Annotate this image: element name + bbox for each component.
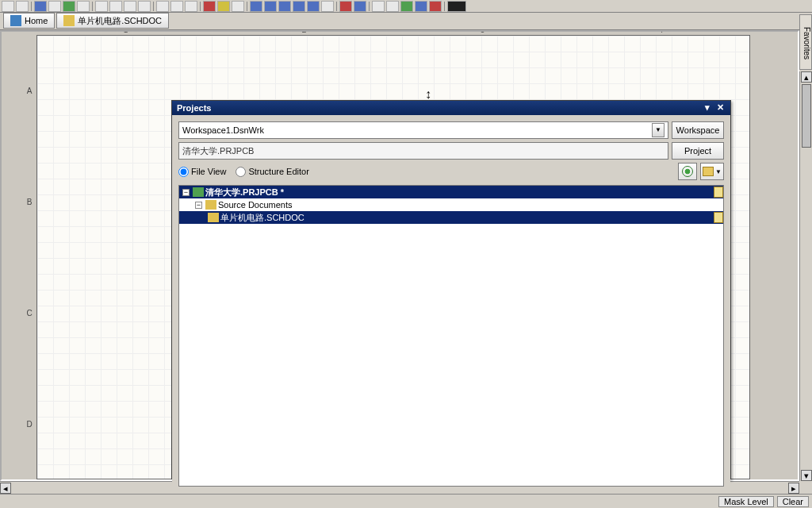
document-tab-label: 单片机电路.SCHDOC <box>78 15 162 27</box>
scroll-left-arrow[interactable]: ◂ <box>0 483 11 494</box>
document-tab[interactable]: 单片机电路.SCHDOC <box>56 13 169 29</box>
scroll-right-arrow[interactable]: ▸ <box>788 483 799 494</box>
project-button[interactable]: Project <box>672 142 724 160</box>
workspace-button[interactable]: Workspace <box>672 121 724 139</box>
toolbar-icon[interactable] <box>16 1 29 12</box>
tree-project-node[interactable]: − 清华大学.PRJPCB * <box>179 186 723 198</box>
home-icon <box>10 15 21 26</box>
vertical-ruler: ABCD <box>24 35 35 479</box>
refresh-icon <box>682 166 693 177</box>
toolbar-icon[interactable] <box>203 1 216 12</box>
tree-folder-label: Source Documents <box>218 200 293 210</box>
mask-level-button[interactable]: Mask Level <box>718 496 774 507</box>
collapse-icon[interactable]: − <box>182 189 190 196</box>
vertical-scrollbar[interactable]: ▴ ▾ <box>799 71 812 481</box>
project-field-value: 清华大学.PRJPCB <box>182 145 254 157</box>
project-tree[interactable]: − 清华大学.PRJPCB * − Source Documents 单片机电路… <box>178 185 724 487</box>
chevron-down-icon: ▼ <box>715 168 722 175</box>
toolbar-icon[interactable] <box>34 1 47 12</box>
toolbar-icon[interactable] <box>250 1 262 12</box>
toolbar-icon[interactable] <box>447 1 466 12</box>
toolbar-icon[interactable] <box>185 1 197 12</box>
document-tabs: Home 单片机电路.SCHDOC <box>0 13 812 30</box>
toolbar-icon[interactable] <box>372 1 385 12</box>
scroll-down-arrow[interactable]: ▾ <box>801 470 812 481</box>
toolbar-icon[interactable] <box>307 1 320 12</box>
projects-panel: Projects ▾ ✕ Workspace1.DsnWrk ▼ Workspa… <box>171 100 731 479</box>
toolbar-icon[interactable] <box>321 1 334 12</box>
folder-icon <box>205 200 216 210</box>
toolbar-icon[interactable] <box>63 1 75 12</box>
toolbar-icon[interactable] <box>415 1 427 12</box>
home-tab[interactable]: Home <box>3 13 55 29</box>
favorites-sidebar-tab[interactable]: Favorites <box>799 14 812 70</box>
tree-document-label: 单片机电路.SCHDOC <box>220 212 304 224</box>
status-bar: Mask Level Clear <box>0 494 812 508</box>
toolbar-icon[interactable] <box>138 1 151 12</box>
projects-panel-titlebar[interactable]: Projects ▾ ✕ <box>172 101 730 115</box>
document-icon <box>208 213 219 222</box>
tree-folder-node[interactable]: − Source Documents <box>179 198 723 211</box>
project-field[interactable]: 清华大学.PRJPCB <box>178 142 668 160</box>
scroll-thumb[interactable] <box>802 84 811 148</box>
toolbar-icon[interactable] <box>429 1 442 12</box>
toolbar-icon[interactable] <box>217 1 230 12</box>
folder-options-button[interactable]: ▼ <box>700 163 724 180</box>
document-icon <box>63 15 75 26</box>
scroll-up-arrow[interactable]: ▴ <box>801 71 812 83</box>
toolbar-icon[interactable] <box>386 1 399 12</box>
toolbar-icon[interactable] <box>124 1 136 12</box>
main-toolbar <box>0 0 812 13</box>
page-icon <box>714 212 723 223</box>
chevron-down-icon[interactable]: ▼ <box>652 123 665 137</box>
toolbar-icon[interactable] <box>2 1 14 12</box>
toolbar-icon[interactable] <box>232 1 244 12</box>
folder-icon <box>703 167 714 176</box>
toolbar-icon[interactable] <box>156 1 169 12</box>
project-icon <box>193 187 204 197</box>
workspace-combobox[interactable]: Workspace1.DsnWrk ▼ <box>178 121 668 139</box>
toolbar-icon[interactable] <box>77 1 90 12</box>
workspace-combobox-value: Workspace1.DsnWrk <box>182 125 652 135</box>
tree-project-label: 清华大学.PRJPCB * <box>205 187 284 198</box>
structure-editor-radio-input[interactable] <box>236 167 246 177</box>
clear-button[interactable]: Clear <box>777 496 809 507</box>
toolbar-icon[interactable] <box>264 1 277 12</box>
toolbar-icon[interactable] <box>48 1 61 12</box>
close-icon[interactable]: ✕ <box>714 102 726 114</box>
file-view-radio[interactable]: File View <box>178 167 226 177</box>
dropdown-icon[interactable]: ▾ <box>702 102 713 114</box>
projects-panel-title: Projects <box>177 103 700 113</box>
toolbar-icon[interactable] <box>109 1 122 12</box>
toolbar-icon[interactable] <box>354 1 366 12</box>
toolbar-icon[interactable] <box>170 1 183 12</box>
collapse-icon[interactable]: − <box>195 202 202 209</box>
toolbar-icon[interactable] <box>293 1 305 12</box>
toolbar-icon[interactable] <box>400 1 413 12</box>
page-icon <box>714 187 723 198</box>
file-view-radio-input[interactable] <box>178 167 189 177</box>
toolbar-icon[interactable] <box>278 1 291 12</box>
structure-editor-radio[interactable]: Structure Editor <box>236 167 308 177</box>
toolbar-icon[interactable] <box>339 1 352 12</box>
tree-document-node[interactable]: 单片机电路.SCHDOC <box>179 211 723 224</box>
refresh-button[interactable] <box>678 163 697 180</box>
home-tab-label: Home <box>25 16 48 25</box>
toolbar-icon[interactable] <box>95 1 108 12</box>
